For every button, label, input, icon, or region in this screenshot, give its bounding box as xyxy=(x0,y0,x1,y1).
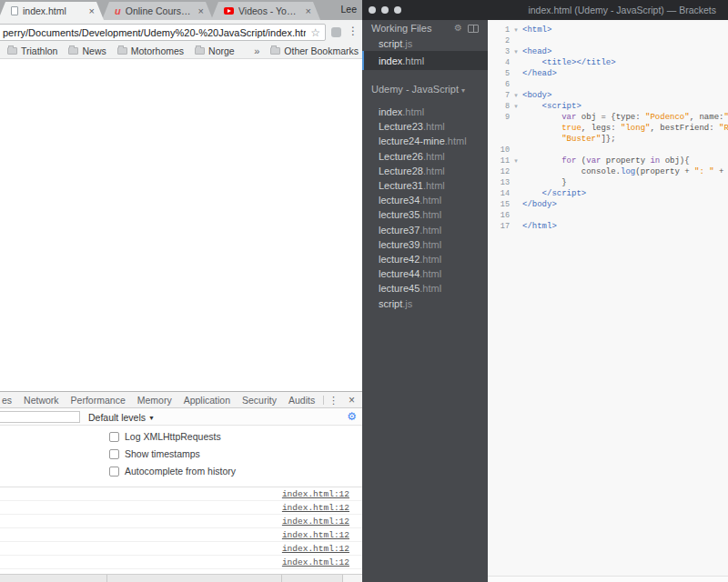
file-tree-item[interactable]: Lecture23.html xyxy=(362,119,488,134)
gear-icon[interactable]: ⚙ xyxy=(454,23,462,33)
code-line: 2 xyxy=(488,35,728,46)
code-token: } xyxy=(522,178,567,187)
code-editor[interactable]: 1▾<html>23▾<head>4 <title></title>5</hea… xyxy=(488,20,728,582)
file-tree-item[interactable]: lecture34.html xyxy=(362,193,488,207)
console-log-row: index.html:12 xyxy=(0,501,362,515)
devtools-menu-icon[interactable]: ⋮ xyxy=(329,395,339,406)
source-link[interactable]: index.html:12 xyxy=(282,503,349,513)
close-icon[interactable]: × xyxy=(198,5,204,16)
file-tree-item[interactable]: Lecture28.html xyxy=(362,164,488,178)
bookmark-folder[interactable]: Triathlon xyxy=(7,45,57,56)
bookmarks-overflow-chevron[interactable]: » xyxy=(254,45,259,56)
other-bookmarks-folder[interactable]: Other Bookmarks xyxy=(270,45,359,56)
line-number: 6 xyxy=(488,79,510,90)
file-tree-item[interactable]: lecture44.html xyxy=(362,266,488,281)
line-number: 4 xyxy=(488,57,510,68)
tab-online-courses[interactable]: u Online Courses - A × xyxy=(102,2,213,20)
url-bar[interactable]: perry/Documents/Development/Udemy%20-%20… xyxy=(0,24,326,41)
footer-segment xyxy=(282,575,343,582)
devtools-tab-memory[interactable]: Memory xyxy=(137,395,172,406)
tab-index-html[interactable]: index.html × xyxy=(0,2,104,20)
devtools-tab-security[interactable]: Security xyxy=(242,395,277,406)
file-tree-item[interactable]: lecture42.html xyxy=(362,252,488,266)
code-line: "Buster"]}; xyxy=(488,134,728,145)
source-link[interactable]: index.html:12 xyxy=(282,557,349,567)
checkbox[interactable] xyxy=(109,467,119,477)
console-settings-gear-icon[interactable]: ⚙ xyxy=(347,410,357,423)
tab-label: Online Courses - A xyxy=(126,5,193,16)
code-text: var obj = {type: "Podenco", name:"bail xyxy=(522,112,728,123)
code-token: , legs: xyxy=(581,124,621,133)
bookmark-star-icon[interactable]: ☆ xyxy=(306,26,325,39)
file-base-name: lecture34 xyxy=(379,195,420,206)
code-token: </body> xyxy=(522,200,557,209)
devtools-tab-partial[interactable]: es xyxy=(2,395,12,406)
devtools-tab-performance[interactable]: Performance xyxy=(71,395,126,406)
fold-gutter xyxy=(510,177,522,188)
window-zoom-icon[interactable] xyxy=(394,6,401,14)
code-line: 1▾<html> xyxy=(488,25,728,35)
extension-icon[interactable] xyxy=(331,27,341,37)
window-close-icon[interactable] xyxy=(369,6,376,14)
file-tree-item[interactable]: lecture37.html xyxy=(362,223,488,237)
file-tree-item[interactable]: lecture24-mine.html xyxy=(362,134,488,148)
source-link[interactable]: index.html:12 xyxy=(282,489,349,499)
devtools-tab-application[interactable]: Application xyxy=(184,395,230,406)
checkbox[interactable] xyxy=(109,432,119,442)
close-icon[interactable]: × xyxy=(89,5,95,16)
file-extension: .html xyxy=(402,55,424,66)
code-line: 16 xyxy=(488,210,728,221)
tab-videos-youtube[interactable]: Videos - YouTube × xyxy=(211,2,320,20)
source-link[interactable]: index.html:12 xyxy=(282,530,349,540)
file-tree-item[interactable]: script.js xyxy=(362,296,488,310)
code-token: var xyxy=(586,156,606,166)
working-file-index[interactable]: index.html xyxy=(362,51,488,70)
split-view-icon[interactable] xyxy=(468,25,479,33)
devtools-tab-network[interactable]: Network xyxy=(24,395,59,406)
code-text: </html> xyxy=(522,221,557,232)
file-tree-item[interactable]: Lecture26.html xyxy=(362,149,488,164)
code-line: 7▾<body> xyxy=(488,90,728,101)
profile-name[interactable]: Lee xyxy=(340,4,357,15)
file-base-name: lecture39 xyxy=(379,239,420,250)
browser-menu-icon[interactable]: ⋮ xyxy=(348,25,359,37)
source-link[interactable]: index.html:12 xyxy=(282,544,349,554)
bookmark-folder[interactable]: Motorhomes xyxy=(117,45,184,56)
code-text: "Buster"]}; xyxy=(522,134,616,145)
code-token: <body> xyxy=(522,91,551,100)
line-number: 1 xyxy=(488,25,510,35)
devtools-close-icon[interactable]: × xyxy=(349,394,355,406)
code-token: "long" xyxy=(621,124,650,133)
checkbox[interactable] xyxy=(109,449,119,459)
close-icon[interactable]: × xyxy=(306,5,311,16)
window-controls[interactable] xyxy=(369,6,401,14)
code-token xyxy=(522,58,542,67)
file-tree-item[interactable]: index.html xyxy=(362,105,488,119)
working-file-script[interactable]: script.js xyxy=(362,35,488,51)
file-tree-item[interactable]: lecture39.html xyxy=(362,237,488,252)
fold-gutter xyxy=(510,79,522,90)
fold-gutter xyxy=(510,166,522,177)
project-dropdown[interactable]: Udemy - JavaScript ▾ xyxy=(362,84,488,98)
bookmark-folder[interactable]: Norge xyxy=(195,45,235,56)
window-minimize-icon[interactable] xyxy=(381,6,389,14)
console-filter-input[interactable] xyxy=(0,411,80,423)
code-text: for (var property in obj){ xyxy=(522,156,690,166)
source-link[interactable]: index.html:12 xyxy=(282,517,349,527)
line-number: 11 xyxy=(488,156,510,166)
code-token: ": " xyxy=(694,167,714,176)
code-text: </body> xyxy=(522,199,557,210)
bookmark-folder[interactable]: News xyxy=(68,45,106,56)
file-tree-item[interactable]: lecture45.html xyxy=(362,281,488,296)
code-token: for xyxy=(561,156,581,166)
code-text: </script> xyxy=(522,188,586,199)
code-token: "Buster" xyxy=(561,135,601,144)
line-number: 17 xyxy=(488,221,510,232)
project-name: Udemy - JavaScript xyxy=(371,84,459,95)
file-tree-item[interactable]: lecture35.html xyxy=(362,207,488,222)
devtools-tab-audits[interactable]: Audits xyxy=(288,395,315,406)
console-log-row: index.html:12 xyxy=(0,515,362,528)
log-levels-dropdown[interactable]: Default levels ▼ xyxy=(88,412,155,423)
file-base-name: index xyxy=(379,55,402,66)
file-tree-item[interactable]: Lecture31.html xyxy=(362,178,488,193)
